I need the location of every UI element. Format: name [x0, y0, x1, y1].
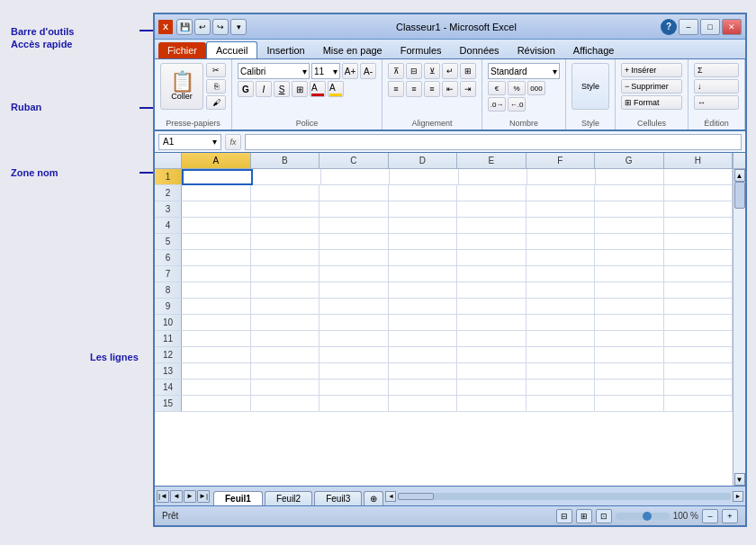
cell-B1[interactable] — [253, 169, 321, 185]
sheet-tab-feuil3[interactable]: Feuil3 — [314, 491, 362, 505]
tab-insertion[interactable]: Insertion — [257, 42, 313, 58]
cell-D1[interactable] — [390, 169, 458, 185]
find-button[interactable]: ↔ — [694, 95, 739, 110]
zoom-thumb[interactable] — [643, 512, 652, 521]
minimize-button[interactable]: – — [679, 19, 698, 35]
save-btn[interactable]: 💾 — [176, 19, 193, 35]
cut-button[interactable]: ✂ — [206, 63, 226, 77]
scroll-up-button[interactable]: ▲ — [734, 169, 745, 182]
underline-button[interactable]: S — [274, 81, 290, 97]
close-button[interactable]: ✕ — [722, 19, 742, 35]
row-num-12[interactable]: 12 — [155, 347, 182, 363]
scroll-left-button[interactable]: ◄ — [385, 491, 396, 502]
scroll-down-button[interactable]: ▼ — [734, 473, 745, 486]
row-num-4[interactable]: 4 — [155, 218, 182, 234]
formula-input-area[interactable] — [245, 134, 742, 150]
format-painter-button[interactable]: 🖌 — [206, 95, 226, 110]
col-header-G[interactable]: G — [595, 153, 664, 169]
col-header-H[interactable]: H — [664, 153, 734, 169]
row-num-1[interactable]: 1 — [155, 169, 182, 185]
cell-C1[interactable] — [321, 169, 390, 185]
cell-E1[interactable] — [459, 169, 527, 185]
fx-button[interactable]: fx — [225, 134, 241, 150]
decrease-font-button[interactable]: A- — [360, 63, 376, 79]
scroll-track[interactable] — [734, 182, 745, 473]
row-num-7[interactable]: 7 — [155, 266, 182, 282]
cell-H1[interactable] — [664, 169, 733, 185]
fill-color-button[interactable]: A — [310, 81, 326, 97]
delete-button[interactable]: − Supprimer — [621, 79, 682, 94]
align-right-button[interactable]: ≡ — [424, 81, 440, 97]
row-num-14[interactable]: 14 — [155, 380, 182, 396]
copy-button[interactable]: ⎘ — [206, 79, 226, 94]
tab-formules[interactable]: Formules — [392, 42, 451, 58]
row-num-5[interactable]: 5 — [155, 234, 182, 250]
col-header-C[interactable]: C — [320, 153, 389, 169]
row-num-8[interactable]: 8 — [155, 282, 182, 299]
percent-button[interactable]: % — [508, 81, 526, 95]
sheet-tab-feuil2[interactable]: Feuil2 — [265, 491, 312, 505]
border-button[interactable]: ⊞ — [292, 81, 308, 97]
col-header-A[interactable]: A — [182, 153, 251, 169]
font-size-selector[interactable]: 11▾ — [311, 63, 340, 79]
sum-button[interactable]: Σ — [694, 63, 739, 77]
cell-G1[interactable] — [596, 169, 664, 185]
vertical-scrollbar[interactable]: ▲ ▼ — [733, 169, 745, 486]
row-num-10[interactable]: 10 — [155, 315, 182, 331]
merge-button[interactable]: ⊞ — [460, 63, 476, 79]
row-num-9[interactable]: 9 — [155, 299, 182, 315]
align-middle-button[interactable]: ⊟ — [406, 63, 422, 79]
sheet-nav-first[interactable]: |◄ — [157, 490, 169, 503]
sort-button[interactable]: ↓ — [694, 79, 739, 94]
align-left-button[interactable]: ≡ — [388, 81, 404, 97]
style-button[interactable]: Style — [572, 63, 609, 110]
bold-button[interactable]: G — [238, 81, 254, 97]
page-break-button[interactable]: ⊡ — [596, 509, 612, 523]
thousands-button[interactable]: 000 — [527, 81, 545, 95]
sheet-nav-last[interactable]: ►| — [197, 490, 210, 503]
number-format-selector[interactable]: Standard▾ — [488, 63, 560, 79]
cell-A1[interactable] — [182, 169, 253, 185]
tab-fichier[interactable]: Fichier — [158, 42, 206, 58]
row-num-2[interactable]: 2 — [155, 185, 182, 201]
insert-button[interactable]: + Insérer — [621, 63, 682, 77]
restore-button[interactable]: □ — [700, 19, 720, 35]
increase-indent-button[interactable]: ⇥ — [460, 81, 476, 97]
tab-donnees[interactable]: Données — [451, 42, 508, 58]
scroll-thumb[interactable] — [734, 182, 745, 209]
tab-mise-en-page[interactable]: Mise en page — [314, 42, 392, 58]
font-name-selector[interactable]: Calibri▾ — [238, 63, 310, 79]
tab-accueil[interactable]: Accueil — [206, 41, 257, 58]
row-num-13[interactable]: 13 — [155, 363, 182, 380]
tab-revision[interactable]: Révision — [508, 42, 564, 58]
cell-A2[interactable] — [182, 185, 251, 201]
align-bottom-button[interactable]: ⊻ — [424, 63, 440, 79]
zoom-slider[interactable] — [616, 513, 670, 520]
sheet-nav-prev[interactable]: ◄ — [170, 490, 183, 503]
cell-F1[interactable] — [527, 169, 596, 185]
sheet-tab-feuil1[interactable]: Feuil1 — [213, 491, 263, 505]
customize-btn[interactable]: ▾ — [230, 19, 247, 35]
decrease-indent-button[interactable]: ⇤ — [442, 81, 458, 97]
row-num-11[interactable]: 11 — [155, 331, 182, 347]
zoom-minus-button[interactable]: – — [702, 509, 718, 523]
col-header-E[interactable]: E — [457, 153, 526, 169]
horizontal-scrollbar[interactable]: ◄ ► — [383, 487, 745, 505]
page-layout-button[interactable]: ⊞ — [576, 509, 592, 523]
zoom-plus-button[interactable]: + — [722, 509, 738, 523]
decrease-decimal-button[interactable]: ←.0 — [508, 97, 526, 112]
col-header-B[interactable]: B — [251, 153, 320, 169]
col-header-F[interactable]: F — [526, 153, 596, 169]
normal-view-button[interactable]: ⊟ — [556, 509, 572, 523]
help-button[interactable]: ? — [661, 19, 677, 35]
h-scroll-track[interactable] — [398, 493, 731, 500]
row-num-3[interactable]: 3 — [155, 201, 182, 218]
wrap-text-button[interactable]: ↵ — [442, 63, 458, 79]
row-num-6[interactable]: 6 — [155, 250, 182, 266]
row-num-15[interactable]: 15 — [155, 396, 182, 412]
redo-btn[interactable]: ↪ — [212, 19, 229, 35]
undo-btn[interactable]: ↩ — [194, 19, 211, 35]
name-box[interactable]: A1 ▾ — [158, 134, 221, 150]
currency-button[interactable]: € — [488, 81, 506, 95]
font-color-button[interactable]: A — [328, 81, 344, 97]
